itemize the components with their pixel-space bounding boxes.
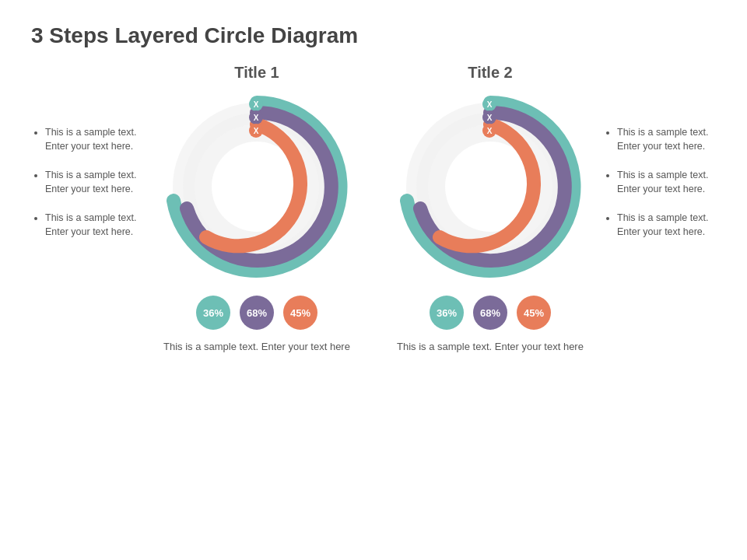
- pct-badge-orange-2: 45%: [517, 296, 551, 330]
- badge-orange-2: X: [482, 124, 496, 138]
- right-bullet-1: This is a sample text. Enter your text h…: [617, 126, 716, 153]
- pct-badge-teal-2: 36%: [430, 296, 464, 330]
- right-bullet-3: This is a sample text. Enter your text h…: [617, 212, 716, 239]
- pct-badge-purple-2: 68%: [473, 296, 507, 330]
- diagram-block-2: Title 2: [385, 64, 595, 355]
- left-bullet-3: This is a sample text. Enter your text h…: [45, 212, 144, 239]
- left-bullet-1: This is a sample text. Enter your text h…: [45, 126, 144, 153]
- badge-teal-2: X: [482, 97, 496, 111]
- content-area: This is a sample text. Enter your text h…: [31, 64, 716, 355]
- badge-teal-1: X: [249, 97, 263, 111]
- right-bullet-list: This is a sample text. Enter your text h…: [595, 126, 716, 254]
- badge-purple-1: X: [249, 110, 263, 124]
- left-bullet-2: This is a sample text. Enter your text h…: [45, 169, 144, 196]
- diagram-container: Title 1: [152, 64, 595, 355]
- main-title: 3 Steps Layered Circle Diagram: [31, 23, 716, 48]
- pct-badge-teal-1: 36%: [196, 296, 230, 330]
- circle-diagram-1: X X X: [163, 93, 350, 280]
- diagram1-title: Title 1: [234, 64, 279, 82]
- left-bullet-list: This is a sample text. Enter your text h…: [31, 126, 152, 254]
- pct-row-2: 36% 68% 45%: [430, 296, 551, 330]
- badge-purple-2: X: [482, 110, 496, 124]
- pct-badge-orange-1: 45%: [283, 296, 317, 330]
- right-bullet-2: This is a sample text. Enter your text h…: [617, 169, 716, 196]
- diagram1-caption: This is a sample text. Enter your text h…: [163, 339, 350, 355]
- diagram2-title: Title 2: [468, 64, 512, 82]
- badge-orange-1: X: [249, 124, 263, 138]
- circle-diagram-2: X X X: [397, 93, 584, 280]
- page: 3 Steps Layered Circle Diagram This is a…: [0, 0, 747, 560]
- diagram2-caption: This is a sample text. Enter your text h…: [397, 339, 584, 355]
- diagram-block-1: Title 1: [152, 64, 362, 355]
- pct-badge-purple-1: 68%: [240, 296, 274, 330]
- pct-row-1: 36% 68% 45%: [196, 296, 317, 330]
